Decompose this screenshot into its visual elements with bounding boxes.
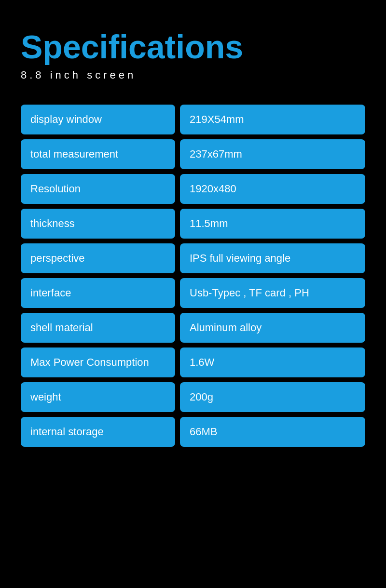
spec-value: 66MB [180,417,365,447]
table-row: interfaceUsb-Typec , TF card , PH [21,278,365,308]
table-row: shell materialAluminum alloy [21,313,365,343]
table-row: perspectiveIPS full viewing angle [21,243,365,273]
spec-value: 237x67mm [180,139,365,169]
table-row: internal storage66MB [21,417,365,447]
spec-label: Resolution [21,174,175,204]
spec-value: 11.5mm [180,209,365,239]
table-row: total measurement237x67mm [21,139,365,169]
spec-value: 1.6W [180,347,365,377]
table-row: Resolution1920x480 [21,174,365,204]
spec-label: Max Power Consumption [21,347,175,377]
page-title: Specifications [21,29,365,65]
table-row: display window219X54mm [21,105,365,134]
spec-label: perspective [21,243,175,273]
spec-label: shell material [21,313,175,343]
spec-value: IPS full viewing angle [180,243,365,273]
spec-value: 219X54mm [180,105,365,134]
table-row: thickness11.5mm [21,209,365,239]
spec-value: Aluminum alloy [180,313,365,343]
spec-value: Usb-Typec , TF card , PH [180,278,365,308]
table-row: Max Power Consumption1.6W [21,347,365,377]
spec-label: thickness [21,209,175,239]
spec-label: weight [21,382,175,412]
spec-label: display window [21,105,175,134]
spec-label: internal storage [21,417,175,447]
spec-label: total measurement [21,139,175,169]
spec-value: 200g [180,382,365,412]
spec-label: interface [21,278,175,308]
spec-value: 1920x480 [180,174,365,204]
specs-table: display window219X54mmtotal measurement2… [21,105,365,447]
page-subtitle: 8.8 inch screen [21,69,365,81]
table-row: weight200g [21,382,365,412]
